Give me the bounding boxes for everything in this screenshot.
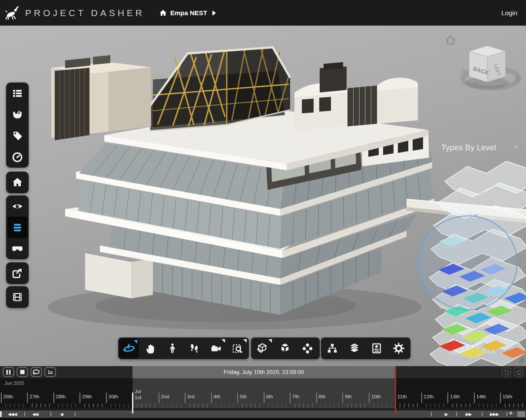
redo-button[interactable]: [514, 367, 523, 377]
playhead[interactable]: [395, 366, 396, 415]
timeline-minor-tick: [251, 403, 251, 407]
levels-button[interactable]: [7, 217, 27, 238]
timeline-minor-tick: [443, 403, 444, 407]
timeline-minor-tick: [417, 403, 418, 407]
timeline-day-label: 28th: [56, 394, 66, 399]
timeline-minor-tick: [430, 403, 431, 407]
orbit-button[interactable]: [119, 338, 139, 358]
timeline-day-label: 12th: [424, 394, 433, 399]
close-icon[interactable]: ×: [514, 143, 519, 152]
timeline-minor-tick: [168, 403, 169, 407]
speed-button[interactable]: 1x: [44, 367, 56, 377]
caret-right-icon: [212, 10, 216, 16]
visibility-button[interactable]: [6, 195, 29, 217]
cluster-button[interactable]: [296, 337, 319, 359]
movie-button[interactable]: [6, 286, 29, 308]
step-forward-button[interactable]: ▶: [445, 411, 448, 417]
section-button[interactable]: [251, 337, 274, 359]
timeline-scrollbar[interactable]: ◀◀◀ ◀◀ ◀ ▶ ▶▶ ▶▶▶ +: [0, 410, 526, 418]
stop-button[interactable]: [17, 367, 28, 377]
vr-glasses-button[interactable]: [6, 238, 29, 259]
camera-icon: [210, 343, 222, 354]
explode-button[interactable]: [274, 337, 296, 359]
timeline-minor-tick: [351, 403, 352, 407]
walk-button[interactable]: [162, 337, 183, 359]
tag-button[interactable]: [6, 125, 29, 146]
timeline-minor-tick: [6, 403, 7, 407]
undo-button[interactable]: [502, 367, 511, 377]
rewind-fast-button[interactable]: ◀◀◀: [8, 411, 17, 417]
properties-button[interactable]: [365, 337, 387, 359]
timeline-minor-tick: [408, 403, 409, 407]
scroll-edge-handle[interactable]: [0, 411, 2, 417]
layers-button[interactable]: [343, 337, 365, 359]
timeline-major-tick: [264, 393, 265, 403]
timeline-minor-tick: [111, 403, 112, 407]
home-icon: [159, 9, 167, 17]
forward-button[interactable]: ▶▶: [466, 411, 471, 417]
selection-circle[interactable]: [418, 216, 517, 310]
properties-icon: [371, 343, 382, 354]
viewcube-home-icon[interactable]: [446, 36, 455, 44]
timeline-major-tick: [474, 393, 475, 403]
sidebar-group-data: [6, 83, 29, 168]
pan-button[interactable]: [140, 337, 162, 359]
timeline-minor-tick: [202, 403, 203, 407]
pause-button[interactable]: [3, 367, 14, 377]
gauge-icon: [12, 152, 23, 163]
loop-button[interactable]: [30, 367, 42, 377]
timeline-zoom-in-button[interactable]: +: [509, 410, 513, 416]
model-tree-button[interactable]: [321, 337, 343, 359]
login-button[interactable]: Login: [501, 9, 517, 17]
scroll-tick: [24, 412, 25, 417]
timeline-day-label: 6th: [266, 394, 273, 399]
timeline-minor-tick: [404, 403, 405, 407]
sensor-dashboard-button[interactable]: [6, 104, 29, 125]
timeline-day-label: 3rd: [187, 394, 195, 399]
timeline-major-tick: [316, 393, 317, 403]
list-button[interactable]: [6, 83, 29, 104]
settings-button[interactable]: [387, 337, 410, 359]
forward-fast-button[interactable]: ▶▶▶: [490, 411, 499, 417]
resize-handle-icon[interactable]: [518, 357, 524, 363]
view-cube[interactable]: N W E BACK LEFT: [446, 36, 523, 89]
cluster-icon: [301, 342, 314, 354]
timeline-minor-tick: [382, 403, 383, 407]
timeline-major-tick: [421, 393, 422, 403]
timeline-minor-tick: [220, 403, 221, 407]
timeline-minor-tick: [14, 403, 15, 407]
timeline-minor-tick: [97, 403, 98, 407]
timeline-track[interactable]: Jun 2020 26th27th28th29th30thJul1st2nd3r…: [0, 378, 526, 408]
share-button[interactable]: [6, 262, 29, 284]
pan-icon: [145, 343, 157, 354]
timeline-major-tick: [53, 393, 54, 403]
timeline-day-label: 26th: [3, 394, 13, 399]
timeline-minor-tick: [176, 403, 177, 407]
timeline-minor-tick: [124, 403, 125, 407]
scrollbar-thumb[interactable]: [517, 411, 525, 417]
timeline-minor-tick: [40, 403, 41, 407]
home-view-button[interactable]: [6, 172, 29, 193]
step-back-button[interactable]: ◀: [60, 411, 63, 417]
timeline-day-label: 13th: [450, 394, 460, 399]
breadcrumb[interactable]: Empa NEST: [159, 9, 216, 17]
loop-icon: [33, 369, 40, 375]
timeline-major-tick: [1, 393, 2, 403]
timeline-minor-tick: [325, 403, 326, 407]
3d-viewport[interactable]: N W E BACK LEFT Empa Materials Science a…: [0, 26, 526, 366]
zoom-window-button[interactable]: [227, 337, 248, 359]
timeline-minor-tick: [334, 403, 335, 407]
footsteps-button[interactable]: [183, 337, 205, 359]
rewind-button[interactable]: ◀◀: [32, 411, 38, 417]
timeline-minor-tick: [439, 403, 440, 407]
sidebar-group-view: [6, 195, 29, 259]
camera-button[interactable]: [205, 337, 227, 359]
timeline-day-label: 1st: [135, 395, 141, 400]
timeline-minor-tick: [150, 403, 151, 407]
layers-icon: [348, 342, 361, 354]
timeline-minor-tick: [312, 403, 313, 407]
timeline-minor-tick: [374, 403, 374, 407]
timeline-major-tick: [185, 393, 185, 403]
timeline-minor-tick: [518, 403, 519, 407]
gauge-button[interactable]: [6, 146, 29, 168]
